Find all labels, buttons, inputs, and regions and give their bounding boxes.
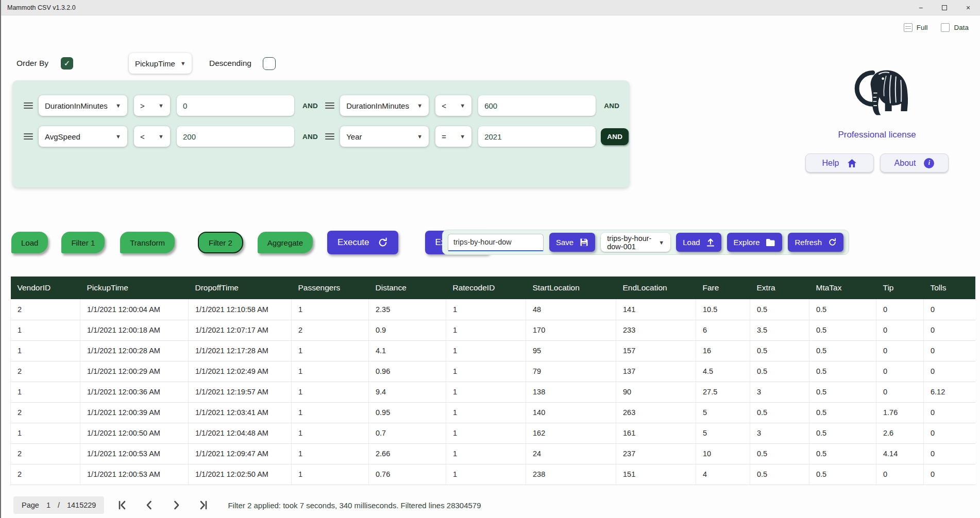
filter-condition: DurationInMinutes▼ <▼ AND [325,95,627,116]
page-current[interactable]: 1 [46,501,50,509]
table-cell: 1/1/2021 12:07:17 AM [189,320,292,340]
drag-handle-icon[interactable] [24,133,33,140]
close-button[interactable]: × [956,0,980,15]
table-cell: 1/1/2021 12:00:36 AM [80,382,189,402]
filter-operator-dropdown[interactable]: =▼ [435,126,471,147]
table-cell: 0.5 [809,340,876,361]
table-cell: 6 [696,320,750,340]
filter-value-input[interactable] [478,95,596,116]
filter2-step-button[interactable]: Filter 2 [198,232,243,253]
filter-value-input[interactable] [177,126,294,147]
table-row[interactable]: 11/1/2021 12:00:28 AM1/1/2021 12:17:28 A… [11,340,975,361]
order-by-field-dropdown[interactable]: PickupTime ▼ [129,53,192,74]
drag-handle-icon[interactable] [24,102,33,109]
table-row[interactable]: 21/1/2021 12:00:53 AM1/1/2021 12:09:47 A… [11,443,975,464]
filter-value-input[interactable] [177,95,294,116]
table-cell: 0 [924,361,975,382]
refresh-configs-button[interactable]: Refresh [788,233,843,252]
filter-row-1: DurationInMinutes▼ >▼ AND DurationInMinu… [24,93,630,118]
minimize-button[interactable]: − [909,0,933,15]
help-button-label: Help [822,159,839,168]
brand-block: Professional license Help About i [795,47,959,172]
load-step-button[interactable]: Load [11,232,48,253]
next-page-button[interactable] [169,498,183,512]
full-toggle[interactable]: Full [904,23,928,32]
table-cell: 2 [11,402,80,423]
drag-handle-icon[interactable] [325,102,334,109]
save-button-label: Save [556,238,573,247]
table-cell: 4.14 [876,443,924,464]
aggregate-step-button[interactable]: Aggregate [258,232,313,253]
filter-field-dropdown[interactable]: Year▼ [340,126,429,147]
filter-field-dropdown[interactable]: DurationInMinutes▼ [340,95,429,116]
maximize-icon [942,5,947,10]
maximize-button[interactable] [933,0,956,15]
drag-handle-icon[interactable] [325,133,334,140]
add-and-condition-button[interactable]: AND [601,128,629,145]
column-header[interactable]: Extra [750,277,809,299]
filter-field-dropdown[interactable]: DurationInMinutes▼ [39,95,127,116]
table-cell: 24 [526,443,616,464]
config-name-input[interactable] [448,234,544,251]
prev-page-button[interactable] [142,498,157,512]
filter1-step-button[interactable]: Filter 1 [61,232,105,253]
column-header[interactable]: Tolls [924,277,975,299]
table-row[interactable]: 21/1/2021 12:00:29 AM1/1/2021 12:02:49 A… [11,361,975,382]
first-page-button[interactable] [115,498,130,512]
table-cell: 3 [750,423,809,443]
chevron-down-icon: ▼ [115,133,121,140]
chevron-down-icon: ▼ [115,102,121,109]
filter-operator-value: = [442,132,446,141]
table-row[interactable]: 21/1/2021 12:00:39 AM1/1/2021 12:03:41 A… [11,402,975,423]
column-header[interactable]: EndLocation [616,277,696,299]
last-page-button[interactable] [196,498,210,512]
table-cell: 4.5 [696,361,750,382]
column-header[interactable]: Distance [369,277,446,299]
mammoth-logo [838,47,916,125]
table-row[interactable]: 11/1/2021 12:00:36 AM1/1/2021 12:19:57 A… [11,382,975,402]
filter-field-dropdown[interactable]: AvgSpeed▼ [39,126,127,147]
data-checkbox-icon[interactable] [941,23,950,32]
descending-checkbox[interactable] [263,57,276,70]
table-cell: 1 [292,361,369,382]
column-header[interactable]: Passengers [292,277,369,299]
table-cell: 2 [11,443,80,464]
table-row[interactable]: 11/1/2021 12:00:50 AM1/1/2021 12:04:48 A… [11,423,975,443]
table-cell: 161 [616,423,696,443]
column-header[interactable]: RatecodeID [446,277,526,299]
save-config-button[interactable]: Save [549,233,595,252]
order-by-checkbox[interactable]: ✓ [61,57,73,70]
table-cell: 1 [446,402,526,423]
table-cell: 1 [446,443,526,464]
column-header[interactable]: MtaTax [809,277,876,299]
column-header[interactable]: Fare [696,277,750,299]
chevron-down-icon: ▼ [417,133,423,140]
transform-step-button[interactable]: Transform [120,232,175,253]
table-row[interactable]: 21/1/2021 12:00:04 AM1/1/2021 12:10:58 A… [11,299,975,320]
saved-config-dropdown[interactable]: trips-by-hour-dow-001 ▼ [601,233,670,252]
help-button[interactable]: Help [805,153,874,172]
filter-operator-dropdown[interactable]: <▼ [134,126,170,147]
execute-button[interactable]: Execute [327,231,398,254]
filter-value-input[interactable] [478,126,596,147]
explore-configs-button[interactable]: Explore [727,233,783,252]
filter-panel: DurationInMinutes▼ >▼ AND DurationInMinu… [12,80,630,187]
column-header[interactable]: Tip [876,277,924,299]
filter-operator-dropdown[interactable]: <▼ [435,95,471,116]
filter-operator-dropdown[interactable]: >▼ [134,95,170,116]
load-config-button[interactable]: Load [676,233,721,252]
explore-button-label: Explore [734,238,760,247]
data-toggle[interactable]: Data [941,23,969,32]
table-row[interactable]: 21/1/2021 12:00:53 AM1/1/2021 12:02:50 A… [11,464,975,485]
table-cell: 157 [616,340,696,361]
table-cell: 1/1/2021 12:02:49 AM [189,361,292,382]
about-button[interactable]: About i [880,153,949,172]
column-header[interactable]: VendorID [11,277,80,299]
column-header[interactable]: StartLocation [526,277,616,299]
column-header[interactable]: DropoffTime [189,277,292,299]
chevron-down-icon: ▼ [460,102,465,109]
table-row[interactable]: 11/1/2021 12:00:18 AM1/1/2021 12:07:17 A… [11,320,975,340]
table-cell: 10 [696,443,750,464]
full-checkbox-icon[interactable] [904,23,913,32]
column-header[interactable]: PickupTime [80,277,189,299]
